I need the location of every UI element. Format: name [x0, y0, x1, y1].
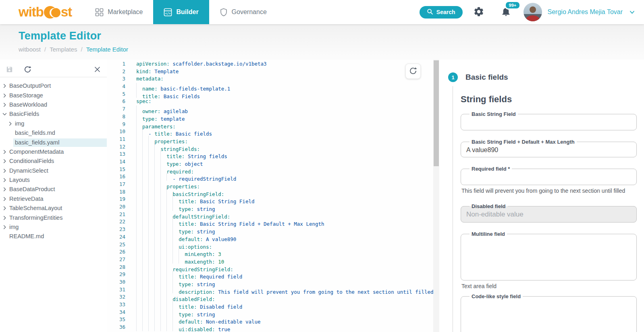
tree-item-dynamicselect[interactable]: DynamicSelect: [0, 166, 107, 175]
code-line: 36ui:disabled: true: [112, 324, 433, 331]
chevron-right-icon[interactable]: [2, 150, 9, 154]
chevron-down-icon[interactable]: [2, 112, 9, 116]
nav-marketplace[interactable]: Marketplace: [85, 0, 153, 24]
breadcrumb-separator: /: [44, 46, 46, 53]
code-line: 18basicStringField:: [112, 188, 433, 196]
chevron-right-icon[interactable]: [2, 178, 9, 182]
chevron-right-icon[interactable]: [2, 197, 9, 201]
form-body: String fields Basic String Field Basic S…: [439, 82, 644, 332]
line-number: 4: [112, 83, 125, 91]
basic-string-field-input[interactable]: [466, 116, 631, 128]
gear-icon: [473, 6, 484, 19]
nav-builder[interactable]: </> Builder: [153, 0, 209, 24]
tree-item-retrievedata[interactable]: RetrieveData: [0, 194, 107, 204]
page-title: Template Editor: [19, 30, 644, 42]
code-lines: 1apiVersion: scaffolder.backstage.io/v1b…: [112, 60, 433, 331]
line-number: 16: [112, 173, 125, 181]
field-disabled: Disabled field: [461, 203, 637, 223]
user-name[interactable]: Sergio Andres Mejia Tovar: [548, 8, 623, 16]
line-number: 7: [112, 105, 125, 113]
line-number: 10: [112, 128, 125, 136]
line-number: 11: [112, 136, 125, 143]
nav-governance[interactable]: Governance: [209, 0, 277, 24]
line-number: 3: [112, 75, 125, 83]
code-line: 26minLength: 3: [112, 248, 433, 256]
svg-text:</>: </>: [165, 12, 171, 15]
step-header: 1 Basic fields: [439, 72, 644, 82]
tree-item-baseoutputport[interactable]: BaseOutputPort: [0, 81, 107, 91]
chevron-right-icon[interactable]: [2, 103, 9, 107]
code-line: 30type: string: [112, 278, 433, 286]
tree-item-basedataproduct[interactable]: BaseDataProduct: [0, 185, 107, 194]
witboost-logo[interactable]: witbst: [19, 4, 72, 20]
line-number: 33: [112, 301, 125, 309]
top-navbar: witbst Marketplace </> Builder Governanc…: [0, 0, 644, 24]
line-number: 29: [112, 271, 125, 278]
chevron-right-icon[interactable]: [2, 84, 9, 88]
line-number: 21: [112, 211, 125, 219]
breadcrumb-current: Template Editor: [86, 46, 128, 53]
chevron-down-icon[interactable]: [629, 9, 635, 15]
chevron-right-icon[interactable]: [2, 169, 9, 173]
code-editor[interactable]: 1apiVersion: scaffolder.backstage.io/v1b…: [107, 60, 433, 332]
tree-item-img[interactable]: img: [0, 223, 107, 232]
tree-item-conditionalfields[interactable]: ConditionalFields: [0, 157, 107, 166]
chevron-right-icon[interactable]: [2, 225, 9, 229]
chevron-right-icon[interactable]: [2, 159, 9, 163]
code-line: 25ui:options:: [112, 241, 433, 249]
tree-item-label: DynamicSelect: [9, 167, 48, 174]
default-string-field-input[interactable]: [466, 144, 631, 156]
required-field-input[interactable]: [466, 171, 631, 183]
tree-item-readme-md[interactable]: README.md: [0, 232, 107, 241]
field-required: Required field *: [461, 166, 637, 185]
tree-item-label: img: [15, 120, 24, 127]
line-number: 14: [112, 158, 125, 166]
tree-item-basic-fields-yaml[interactable]: basic_fields.yaml: [0, 138, 107, 147]
code-line: 3metadata:: [112, 75, 433, 83]
search-button[interactable]: Search: [420, 6, 463, 19]
field-basic-string: Basic String Field: [461, 111, 637, 130]
chevron-right-icon[interactable]: [2, 216, 9, 220]
code-line: 29title: Required field: [112, 271, 433, 278]
chevron-right-icon[interactable]: [2, 187, 9, 192]
chevron-right-icon: [2, 234, 9, 239]
grid-icon: [95, 8, 104, 16]
breadcrumb-witboost[interactable]: witboost: [19, 46, 41, 53]
tree-item-basic-fields-md[interactable]: basic_fields.md: [0, 128, 107, 138]
save-button[interactable]: [4, 64, 15, 76]
field-code-like: Code-like style field: [461, 293, 637, 332]
field-multiline: Multiline field: [461, 231, 637, 280]
chevron-right-icon[interactable]: [8, 122, 15, 126]
code-line: 4name: basic-fields-template.1: [112, 83, 433, 91]
editor-refresh-button[interactable]: [405, 64, 421, 79]
tree-item-label: ConditionalFields: [9, 158, 54, 164]
code-like-field-input[interactable]: [466, 300, 631, 332]
tree-item-transformingentities[interactable]: TransformingEntities: [0, 213, 107, 222]
user-avatar[interactable]: [524, 3, 542, 21]
tree-item-layouts[interactable]: Layouts: [0, 175, 107, 185]
tree-item-basestorage[interactable]: BaseStorage: [0, 91, 107, 100]
tree-item-label: BaseStorage: [9, 92, 43, 99]
breadcrumb: witboost / Templates / Template Editor: [19, 46, 644, 53]
line-number: 15: [112, 166, 125, 173]
tree-item-componentmetadata[interactable]: ComponentMetadata: [0, 147, 107, 157]
tree-item-img[interactable]: img: [0, 119, 107, 128]
multiline-field-input[interactable]: [466, 238, 631, 275]
field-label: Multiline field: [469, 231, 507, 237]
chevron-right-icon[interactable]: [2, 206, 9, 210]
tree-item-label: basic_fields.md: [15, 130, 55, 136]
chevron-right-icon[interactable]: [2, 93, 9, 98]
tree-item-baseworkload[interactable]: BaseWorkload: [0, 100, 107, 109]
line-number: 5: [112, 91, 125, 98]
settings-button[interactable]: [473, 6, 484, 19]
editor-scrollbar-thumb[interactable]: [434, 60, 439, 166]
breadcrumb-templates[interactable]: Templates: [50, 46, 77, 53]
code-line: 21defaultStringField:: [112, 211, 433, 219]
tree-item-tableschemalayout[interactable]: TableSchemaLayout: [0, 204, 107, 213]
line-number: 25: [112, 241, 125, 249]
close-button[interactable]: [93, 65, 102, 75]
tree-item-basicfields[interactable]: BasicFields: [0, 109, 107, 119]
refresh-button[interactable]: [22, 64, 33, 76]
line-number: 17: [112, 181, 125, 188]
tree-item-label: TableSchemaLayout: [9, 205, 62, 211]
